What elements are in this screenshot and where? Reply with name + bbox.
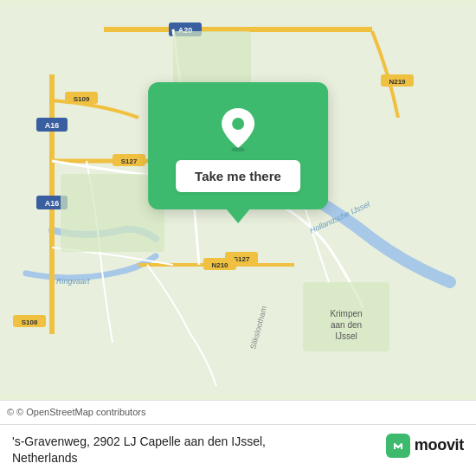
popup-card: Take me there	[148, 82, 328, 209]
svg-text:A16: A16	[45, 121, 60, 130]
svg-text:N210: N210	[211, 261, 228, 269]
svg-text:A16: A16	[45, 199, 60, 208]
svg-text:S127: S127	[121, 158, 138, 165]
svg-text:Ringvaart: Ringvaart	[56, 277, 90, 286]
app-container: A20 A16 A16 S109 S127 S127 N219 N2	[0, 0, 476, 476]
svg-text:Krimpen: Krimpen	[330, 309, 362, 318]
take-me-there-button[interactable]: Take me there	[176, 160, 300, 192]
map-area: A20 A16 A16 S109 S127 S127 N219 N2	[0, 0, 476, 400]
bottom-info-bar: 's-Gravenweg, 2902 LJ Capelle aan den IJ…	[0, 424, 476, 476]
svg-text:S109: S109	[74, 95, 90, 103]
svg-text:S108: S108	[22, 318, 38, 326]
svg-text:aan den: aan den	[331, 320, 362, 330]
moovit-logo-icon	[386, 434, 410, 458]
svg-point-34	[232, 118, 244, 130]
attribution-text: © OpenStreetMap contributors	[16, 407, 145, 417]
address-line2: Netherlands	[12, 450, 376, 467]
address-block: 's-Gravenweg, 2902 LJ Capelle aan den IJ…	[12, 434, 376, 467]
svg-text:IJssel: IJssel	[335, 331, 357, 341]
svg-rect-24	[173, 31, 251, 83]
svg-text:N219: N219	[389, 78, 406, 86]
moovit-logo-text: moovit	[415, 436, 464, 454]
moovit-logo: moovit	[386, 434, 464, 458]
copyright-icon: ©	[7, 407, 14, 417]
attribution-bar: © © OpenStreetMap contributors	[0, 400, 476, 424]
svg-point-35	[390, 438, 406, 453]
address-line1: 's-Gravenweg, 2902 LJ Capelle aan den IJ…	[12, 434, 376, 451]
location-pin-icon	[219, 106, 257, 150]
